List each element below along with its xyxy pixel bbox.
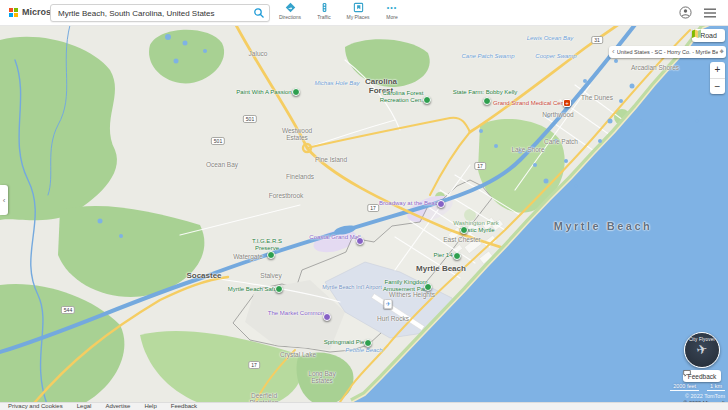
poi-marker-green[interactable] [364, 339, 372, 347]
poi-marker-green[interactable] [424, 283, 432, 291]
breadcrumb-back-icon[interactable]: ‹ [612, 47, 615, 56]
route-shield: 17 [474, 162, 486, 170]
poi-marker-green[interactable] [275, 285, 283, 293]
footer-bar: Privacy and Cookies Legal Advertise Help… [0, 402, 728, 410]
map-label: Socastee [186, 271, 221, 280]
directions-label: Directions [277, 14, 303, 20]
map-style-road-button[interactable]: Road [692, 29, 725, 42]
footer-link-advertise[interactable]: Advertise [105, 403, 130, 410]
map-canvas[interactable]: Lewis Ocean BayCane Patch SwampCooper Sw… [0, 25, 728, 402]
map-label: Pier 14 [433, 252, 452, 259]
poi-marker-green[interactable] [267, 251, 275, 259]
route-shield: 17 [248, 361, 260, 369]
map-label: Deerfield Plantation [250, 392, 279, 402]
map-label: Northwood [542, 111, 573, 118]
locate-me-icon[interactable]: ⌖ [719, 47, 724, 57]
poi-marker-plane[interactable]: ✈ [383, 299, 392, 309]
map-label: Hurl Rocks [377, 315, 409, 322]
road-button-label: Road [700, 32, 717, 39]
search-icon[interactable] [253, 7, 265, 19]
zoom-control: + − [710, 62, 725, 94]
sign-in-icon[interactable] [679, 6, 692, 19]
map-label: Coastal Grand Mall [309, 234, 360, 241]
map-label: Springmaid Pier [324, 339, 367, 346]
map-label: Withers Heights [389, 291, 435, 298]
feedback-button[interactable]: Feedback [683, 370, 721, 382]
map-label: The Market Common [268, 310, 324, 317]
road-style-icon [692, 29, 701, 38]
map-label: Carolina Forest [365, 77, 397, 95]
breadcrumb-path[interactable]: United States - SC - Horry Co. - Myrtle … [617, 49, 719, 55]
more-button[interactable]: ••• More [379, 2, 405, 20]
more-label: More [379, 14, 405, 20]
route-shield: 31 [591, 36, 603, 44]
route-shield: 544 [61, 306, 75, 314]
map-label: State Farm: Bobby Kelly [453, 89, 518, 96]
map-label: Family Kingdom Amusement Park [383, 279, 429, 293]
map-label: Lewis Ocean Bay [527, 35, 574, 42]
zoom-out-button[interactable]: − [710, 79, 725, 95]
map-label: Paint With A Passion [236, 89, 291, 96]
map-label: Washington Park [453, 220, 498, 227]
map-label: Myrtle Beach [416, 264, 466, 273]
poi-marker-purple[interactable] [323, 313, 331, 321]
microsoft-logo-icon [9, 8, 18, 17]
map-label: Long Bay Estates [308, 370, 335, 385]
poi-marker-purple[interactable] [437, 200, 445, 208]
top-bar: Microsoft Bing Directions Traffic My Pla… [0, 0, 728, 26]
map-label: The Dunes [581, 94, 613, 101]
map-label: Cooper Swamp [535, 53, 576, 60]
my-places-icon [345, 2, 371, 13]
map-label: Grand Strand Medical Center [493, 100, 571, 107]
map-label: Cane Patch [544, 138, 578, 145]
search-box[interactable] [50, 4, 270, 22]
map-label: Cane Patch Swamp [461, 53, 514, 60]
map-label: Myrtle Beach [554, 220, 652, 233]
directions-icon [277, 2, 303, 13]
poi-marker-green[interactable] [483, 97, 491, 105]
feedback-label: Feedback [688, 373, 717, 380]
map-label: Myrtle Beach Int'l Airport [322, 284, 381, 290]
map-label: T.I.G.E.R.S Preserve [252, 238, 282, 252]
route-shield: 501 [211, 137, 225, 145]
map-label: Ocean Bay [206, 161, 238, 168]
poi-marker-green[interactable] [460, 226, 468, 234]
map-label: Carolina Forest Recreation Cen... [380, 90, 427, 104]
map-label: Arcadian Shores [631, 64, 679, 71]
speech-bubble-icon [683, 370, 691, 377]
breadcrumb[interactable]: ‹ United States - SC - Horry Co. - Myrtl… [609, 46, 726, 58]
footer-link-help[interactable]: Help [144, 403, 156, 410]
airplane-icon: ✈ [684, 340, 720, 360]
side-panel-toggle[interactable]: ‹ [0, 185, 8, 215]
directions-button[interactable]: Directions [277, 2, 303, 20]
footer-link-feedback[interactable]: Feedback [171, 403, 197, 410]
route-shield: 501 [243, 115, 257, 123]
map-label: Michas Hole Bay [314, 80, 359, 87]
traffic-button[interactable]: Traffic [311, 2, 337, 20]
map-label: Westwood Estates [282, 127, 312, 142]
map-label: Finelands [286, 173, 314, 180]
map-label: Pine Island [315, 156, 347, 163]
zoom-in-button[interactable]: + [710, 62, 725, 78]
map-label: Broadway at the Beach [379, 200, 441, 207]
poi-marker-red[interactable]: + [563, 99, 571, 107]
poi-marker-green[interactable] [423, 96, 431, 104]
traffic-icon [311, 2, 337, 13]
traffic-label: Traffic [311, 14, 337, 20]
footer-link-privacy[interactable]: Privacy and Cookies [8, 403, 63, 410]
map-label: Stalvey [260, 272, 281, 279]
poi-marker-green[interactable] [453, 252, 461, 260]
my-places-button[interactable]: My Places [345, 2, 371, 20]
map-label: Myrtle Beach Safari [228, 286, 280, 293]
footer-link-legal[interactable]: Legal [77, 403, 92, 410]
my-places-label: My Places [345, 14, 371, 20]
map-label: Forestbrook [269, 192, 304, 199]
map-label: Crystal Lake [280, 351, 316, 358]
map-label: Pebble Beach [345, 347, 382, 354]
city-flyover-badge[interactable]: City Flyover ✈ [684, 332, 720, 368]
menu-icon[interactable] [704, 8, 716, 18]
poi-marker-green[interactable] [292, 88, 300, 96]
poi-marker-purple[interactable] [356, 237, 364, 245]
search-input[interactable] [51, 9, 253, 18]
map-label: Lake Shore [511, 146, 544, 153]
